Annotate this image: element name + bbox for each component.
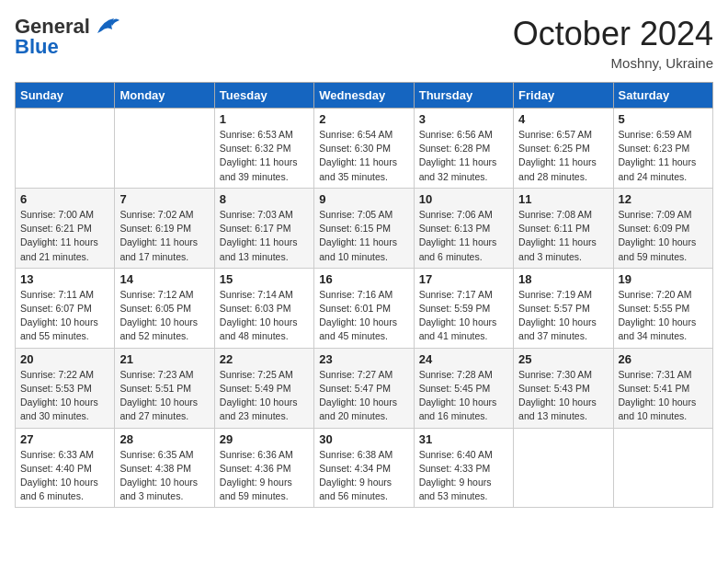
day-number: 10 bbox=[419, 192, 508, 206]
day-number: 13 bbox=[20, 272, 109, 286]
day-detail: Sunrise: 7:17 AM Sunset: 5:59 PM Dayligh… bbox=[419, 288, 508, 344]
calendar-week-row: 6Sunrise: 7:00 AM Sunset: 6:21 PM Daylig… bbox=[16, 188, 713, 268]
day-detail: Sunrise: 6:40 AM Sunset: 4:33 PM Dayligh… bbox=[419, 448, 508, 504]
day-number: 2 bbox=[319, 112, 408, 126]
day-number: 18 bbox=[518, 272, 608, 286]
calendar-week-row: 1Sunrise: 6:53 AM Sunset: 6:32 PM Daylig… bbox=[16, 109, 713, 189]
day-detail: Sunrise: 6:38 AM Sunset: 4:34 PM Dayligh… bbox=[319, 448, 408, 504]
day-detail: Sunrise: 7:16 AM Sunset: 6:01 PM Dayligh… bbox=[319, 288, 408, 344]
day-number: 11 bbox=[518, 192, 608, 206]
day-detail: Sunrise: 7:25 AM Sunset: 5:49 PM Dayligh… bbox=[220, 368, 309, 424]
calendar-cell: 27Sunrise: 6:33 AM Sunset: 4:40 PM Dayli… bbox=[16, 428, 115, 508]
calendar-week-row: 13Sunrise: 7:11 AM Sunset: 6:07 PM Dayli… bbox=[16, 268, 713, 348]
day-detail: Sunrise: 6:59 AM Sunset: 6:23 PM Dayligh… bbox=[619, 128, 708, 184]
calendar-cell: 21Sunrise: 7:23 AM Sunset: 5:51 PM Dayli… bbox=[115, 348, 214, 428]
day-detail: Sunrise: 7:19 AM Sunset: 5:57 PM Dayligh… bbox=[518, 288, 608, 344]
day-detail: Sunrise: 7:00 AM Sunset: 6:21 PM Dayligh… bbox=[20, 208, 109, 264]
weekday-header: Monday bbox=[115, 83, 214, 109]
calendar-cell: 17Sunrise: 7:17 AM Sunset: 5:59 PM Dayli… bbox=[414, 268, 513, 348]
day-detail: Sunrise: 7:03 AM Sunset: 6:17 PM Dayligh… bbox=[220, 208, 309, 264]
weekday-header: Thursday bbox=[414, 83, 513, 109]
logo-blue-text: Blue bbox=[15, 35, 59, 59]
day-detail: Sunrise: 7:14 AM Sunset: 6:03 PM Dayligh… bbox=[220, 288, 309, 344]
calendar-cell: 6Sunrise: 7:00 AM Sunset: 6:21 PM Daylig… bbox=[16, 188, 115, 268]
day-number: 21 bbox=[119, 352, 209, 366]
calendar-cell: 9Sunrise: 7:05 AM Sunset: 6:15 PM Daylig… bbox=[314, 188, 414, 268]
day-detail: Sunrise: 6:56 AM Sunset: 6:28 PM Dayligh… bbox=[419, 128, 508, 184]
day-number: 12 bbox=[619, 192, 708, 206]
calendar-week-row: 27Sunrise: 6:33 AM Sunset: 4:40 PM Dayli… bbox=[16, 428, 713, 508]
calendar-cell: 11Sunrise: 7:08 AM Sunset: 6:11 PM Dayli… bbox=[514, 188, 613, 268]
calendar-cell: 24Sunrise: 7:28 AM Sunset: 5:45 PM Dayli… bbox=[414, 348, 513, 428]
weekday-header: Sunday bbox=[16, 83, 115, 109]
logo-bird-icon bbox=[94, 17, 119, 37]
calendar-cell: 28Sunrise: 6:35 AM Sunset: 4:38 PM Dayli… bbox=[115, 428, 214, 508]
calendar-cell: 7Sunrise: 7:02 AM Sunset: 6:19 PM Daylig… bbox=[115, 188, 214, 268]
day-number: 15 bbox=[220, 272, 309, 286]
day-detail: Sunrise: 7:22 AM Sunset: 5:53 PM Dayligh… bbox=[20, 368, 109, 424]
day-detail: Sunrise: 7:28 AM Sunset: 5:45 PM Dayligh… bbox=[419, 368, 508, 424]
calendar-cell: 22Sunrise: 7:25 AM Sunset: 5:49 PM Dayli… bbox=[214, 348, 313, 428]
day-detail: Sunrise: 6:36 AM Sunset: 4:36 PM Dayligh… bbox=[220, 448, 309, 504]
calendar-cell: 30Sunrise: 6:38 AM Sunset: 4:34 PM Dayli… bbox=[314, 428, 414, 508]
calendar-cell: 26Sunrise: 7:31 AM Sunset: 5:41 PM Dayli… bbox=[613, 348, 712, 428]
calendar-cell: 31Sunrise: 6:40 AM Sunset: 4:33 PM Dayli… bbox=[414, 428, 513, 508]
day-number: 22 bbox=[220, 352, 309, 366]
day-detail: Sunrise: 7:05 AM Sunset: 6:15 PM Dayligh… bbox=[319, 208, 408, 264]
calendar-cell: 14Sunrise: 7:12 AM Sunset: 6:05 PM Dayli… bbox=[115, 268, 214, 348]
day-number: 7 bbox=[119, 192, 209, 206]
calendar-week-row: 20Sunrise: 7:22 AM Sunset: 5:53 PM Dayli… bbox=[16, 348, 713, 428]
weekday-header: Wednesday bbox=[314, 83, 414, 109]
calendar-cell: 8Sunrise: 7:03 AM Sunset: 6:17 PM Daylig… bbox=[214, 188, 313, 268]
calendar-cell: 29Sunrise: 6:36 AM Sunset: 4:36 PM Dayli… bbox=[214, 428, 313, 508]
calendar-table: SundayMondayTuesdayWednesdayThursdayFrid… bbox=[15, 82, 713, 508]
day-detail: Sunrise: 7:20 AM Sunset: 5:55 PM Dayligh… bbox=[619, 288, 708, 344]
day-detail: Sunrise: 7:09 AM Sunset: 6:09 PM Dayligh… bbox=[619, 208, 708, 264]
weekday-header: Saturday bbox=[613, 83, 712, 109]
day-number: 6 bbox=[20, 192, 109, 206]
day-number: 20 bbox=[20, 352, 109, 366]
day-number: 29 bbox=[220, 432, 309, 446]
calendar-cell bbox=[514, 428, 613, 508]
calendar-cell: 13Sunrise: 7:11 AM Sunset: 6:07 PM Dayli… bbox=[16, 268, 115, 348]
month-title: October 2024 bbox=[513, 15, 713, 53]
day-detail: Sunrise: 7:23 AM Sunset: 5:51 PM Dayligh… bbox=[119, 368, 209, 424]
day-number: 9 bbox=[319, 192, 408, 206]
day-number: 8 bbox=[220, 192, 309, 206]
day-detail: Sunrise: 7:31 AM Sunset: 5:41 PM Dayligh… bbox=[619, 368, 708, 424]
day-detail: Sunrise: 6:53 AM Sunset: 6:32 PM Dayligh… bbox=[220, 128, 309, 184]
day-number: 3 bbox=[419, 112, 508, 126]
day-number: 4 bbox=[518, 112, 608, 126]
calendar-cell: 23Sunrise: 7:27 AM Sunset: 5:47 PM Dayli… bbox=[314, 348, 414, 428]
day-detail: Sunrise: 7:02 AM Sunset: 6:19 PM Dayligh… bbox=[119, 208, 209, 264]
calendar-cell bbox=[16, 109, 115, 189]
calendar-header-row: SundayMondayTuesdayWednesdayThursdayFrid… bbox=[16, 83, 713, 109]
calendar-cell: 1Sunrise: 6:53 AM Sunset: 6:32 PM Daylig… bbox=[214, 109, 313, 189]
calendar-cell: 25Sunrise: 7:30 AM Sunset: 5:43 PM Dayli… bbox=[514, 348, 613, 428]
day-number: 27 bbox=[20, 432, 109, 446]
calendar-cell: 12Sunrise: 7:09 AM Sunset: 6:09 PM Dayli… bbox=[613, 188, 712, 268]
day-detail: Sunrise: 6:57 AM Sunset: 6:25 PM Dayligh… bbox=[518, 128, 608, 184]
day-number: 14 bbox=[119, 272, 209, 286]
calendar-cell: 3Sunrise: 6:56 AM Sunset: 6:28 PM Daylig… bbox=[414, 109, 513, 189]
calendar-cell: 5Sunrise: 6:59 AM Sunset: 6:23 PM Daylig… bbox=[613, 109, 712, 189]
day-number: 19 bbox=[619, 272, 708, 286]
page-header: General Blue October 2024 Moshny, Ukrain… bbox=[15, 15, 713, 71]
calendar-cell: 18Sunrise: 7:19 AM Sunset: 5:57 PM Dayli… bbox=[514, 268, 613, 348]
calendar-cell: 15Sunrise: 7:14 AM Sunset: 6:03 PM Dayli… bbox=[214, 268, 313, 348]
calendar-cell: 2Sunrise: 6:54 AM Sunset: 6:30 PM Daylig… bbox=[314, 109, 414, 189]
day-number: 23 bbox=[319, 352, 408, 366]
location: Moshny, Ukraine bbox=[513, 55, 713, 71]
day-detail: Sunrise: 7:27 AM Sunset: 5:47 PM Dayligh… bbox=[319, 368, 408, 424]
calendar-cell bbox=[115, 109, 214, 189]
day-detail: Sunrise: 7:30 AM Sunset: 5:43 PM Dayligh… bbox=[518, 368, 608, 424]
day-detail: Sunrise: 7:08 AM Sunset: 6:11 PM Dayligh… bbox=[518, 208, 608, 264]
day-number: 5 bbox=[619, 112, 708, 126]
day-number: 30 bbox=[319, 432, 408, 446]
calendar-cell: 10Sunrise: 7:06 AM Sunset: 6:13 PM Dayli… bbox=[414, 188, 513, 268]
day-number: 16 bbox=[319, 272, 408, 286]
day-number: 26 bbox=[619, 352, 708, 366]
day-number: 31 bbox=[419, 432, 508, 446]
calendar-cell: 20Sunrise: 7:22 AM Sunset: 5:53 PM Dayli… bbox=[16, 348, 115, 428]
calendar-cell: 19Sunrise: 7:20 AM Sunset: 5:55 PM Dayli… bbox=[613, 268, 712, 348]
